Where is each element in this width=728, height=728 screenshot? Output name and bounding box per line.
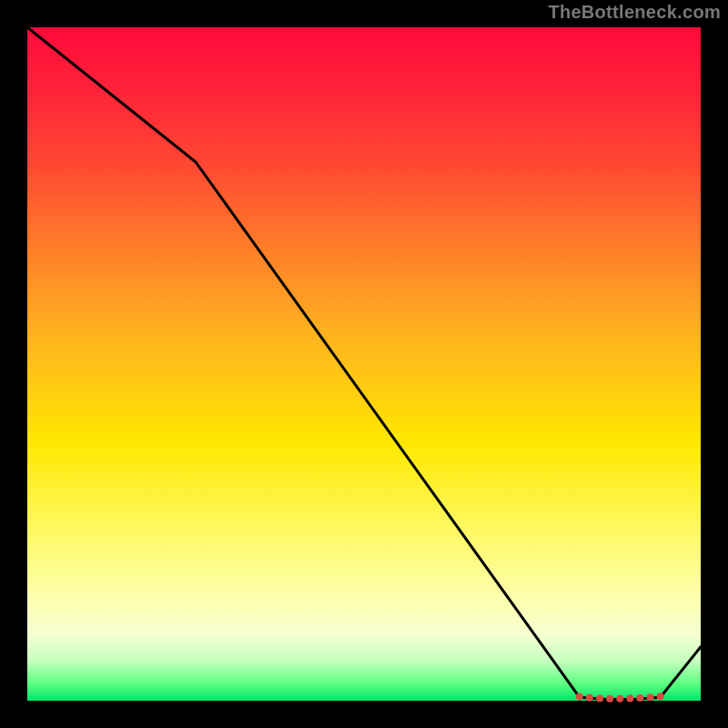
marker-dot — [657, 693, 664, 700]
marker-dot — [636, 694, 643, 702]
marker-dot — [576, 693, 583, 701]
chart-svg — [27, 27, 701, 701]
chart-stage: TheBottleneck.com — [0, 0, 728, 728]
marker-dot — [626, 695, 633, 703]
line-series — [27, 27, 701, 700]
marker-dot — [596, 694, 603, 702]
marker-dot — [606, 695, 613, 703]
marker-dot — [616, 695, 623, 703]
marker-dot — [647, 693, 654, 701]
watermark-text: TheBottleneck.com — [548, 2, 721, 23]
data-markers — [576, 693, 664, 703]
marker-dot — [586, 694, 593, 702]
